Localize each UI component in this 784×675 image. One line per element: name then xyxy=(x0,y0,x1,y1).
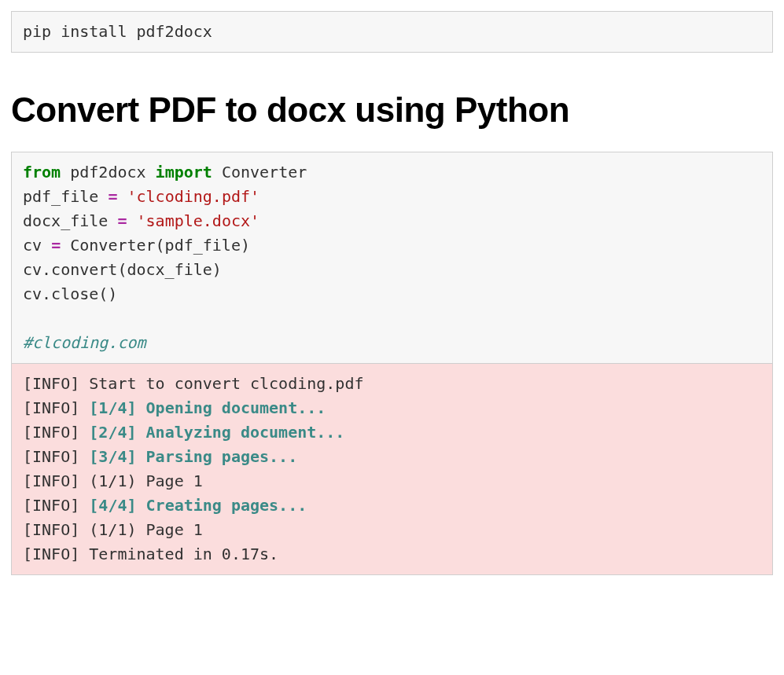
output-line: [INFO] [3/4] Parsing pages... xyxy=(23,447,297,466)
output-line: [INFO] (1/1) Page 1 xyxy=(23,520,203,539)
code-text: Converter(pdf_file) xyxy=(61,236,250,255)
code-text: docx_file xyxy=(23,211,117,230)
code-comment: #clcoding.com xyxy=(23,333,146,352)
class-name: Converter xyxy=(212,163,307,182)
output-text: [INFO] xyxy=(23,398,89,417)
module-name: pdf2docx xyxy=(61,163,155,182)
code-text: pdf_file xyxy=(23,187,108,206)
operator: = xyxy=(117,211,127,230)
output-line: [INFO] (1/1) Page 1 xyxy=(23,471,203,490)
output-text: [INFO] xyxy=(23,447,89,466)
code-text xyxy=(127,211,136,230)
code-cell-main: from pdf2docx import Converter pdf_file … xyxy=(11,152,773,364)
output-line: [INFO] Terminated in 0.17s. xyxy=(23,545,278,563)
output-line: [INFO] [2/4] Analyzing document... xyxy=(23,423,344,442)
operator: = xyxy=(108,187,117,206)
code-text: cv xyxy=(23,236,51,255)
step-progress: [3/4] Parsing pages... xyxy=(89,447,297,466)
output-line: [INFO] [1/4] Opening document... xyxy=(23,398,326,417)
output-text: [INFO] xyxy=(23,423,89,442)
keyword-from: from xyxy=(23,163,61,182)
step-progress: [2/4] Analyzing document... xyxy=(89,423,344,442)
code-line: pip install pdf2docx xyxy=(23,22,212,41)
code-cell-install: pip install pdf2docx xyxy=(11,11,773,53)
keyword-import: import xyxy=(156,163,212,182)
code-line: cv.convert(docx_file) xyxy=(23,260,222,279)
output-line: [INFO] Start to convert clcoding.pdf xyxy=(23,374,363,393)
string-literal: 'sample.docx' xyxy=(137,211,260,230)
code-line: cv = Converter(pdf_file) xyxy=(23,236,250,255)
operator: = xyxy=(51,236,61,255)
output-text: [INFO] xyxy=(23,496,89,515)
step-progress: [4/4] Creating pages... xyxy=(89,496,307,515)
section-heading: Convert PDF to docx using Python xyxy=(11,90,773,130)
code-line: pdf_file = 'clcoding.pdf' xyxy=(23,187,259,206)
string-literal: 'clcoding.pdf' xyxy=(127,187,259,206)
output-cell: [INFO] Start to convert clcoding.pdf [IN… xyxy=(11,364,773,575)
step-progress: [1/4] Opening document... xyxy=(89,398,326,417)
code-text xyxy=(117,187,127,206)
output-line: [INFO] [4/4] Creating pages... xyxy=(23,496,307,515)
code-line: cv.close() xyxy=(23,284,117,303)
code-line: from pdf2docx import Converter xyxy=(23,163,307,182)
code-line: docx_file = 'sample.docx' xyxy=(23,211,259,230)
